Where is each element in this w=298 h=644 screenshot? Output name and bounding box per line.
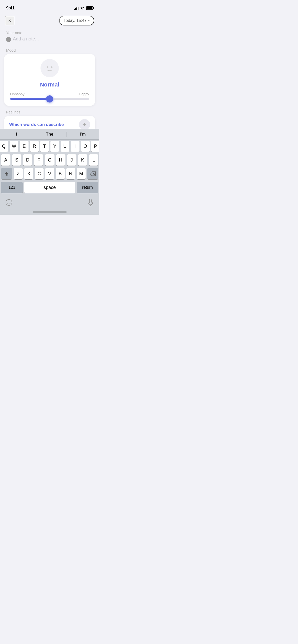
face-svg	[42, 61, 57, 76]
key-row-2: A S D F G H J K L	[1, 154, 98, 166]
space-key[interactable]: space	[24, 182, 75, 193]
key-p[interactable]: P	[91, 141, 99, 152]
svg-point-9	[10, 202, 10, 202]
key-q[interactable]: Q	[0, 141, 8, 152]
key-h[interactable]: H	[56, 154, 65, 166]
key-u[interactable]: U	[61, 141, 69, 152]
cursor-indicator	[6, 37, 11, 42]
predictive-word-2[interactable]: The	[33, 131, 66, 137]
top-bar: × Today, 15:47 ▾	[0, 13, 99, 28]
key-j[interactable]: J	[67, 154, 76, 166]
feelings-label-container: Feelings	[0, 106, 99, 114]
status-time: 9:41	[6, 6, 15, 11]
key-o[interactable]: O	[81, 141, 90, 152]
add-icon	[82, 123, 87, 127]
key-y[interactable]: Y	[50, 141, 59, 152]
key-l[interactable]: L	[89, 154, 98, 166]
key-row-1: Q W E R T Y U I O P	[1, 141, 98, 152]
key-e[interactable]: E	[20, 141, 29, 152]
close-button[interactable]: ×	[5, 16, 14, 25]
signal-icon	[74, 6, 78, 10]
key-t[interactable]: T	[40, 141, 49, 152]
mood-emoji	[40, 59, 59, 77]
slider-track[interactable]	[10, 98, 89, 100]
predictive-bar: I The I'm	[0, 129, 99, 140]
mood-slider-container[interactable]: Unhappy Happy	[10, 92, 89, 100]
status-bar: 9:41	[0, 0, 99, 13]
key-rows: Q W E R T Y U I O P A S D F G H J K L	[0, 140, 99, 196]
key-v[interactable]: V	[45, 168, 54, 179]
key-g[interactable]: G	[45, 154, 54, 166]
return-key[interactable]: return	[77, 182, 98, 193]
key-row-3: Z X C V B N M	[1, 168, 98, 179]
key-f[interactable]: F	[34, 154, 43, 166]
mood-title: Normal	[10, 81, 89, 88]
key-s[interactable]: S	[12, 154, 21, 166]
mood-happy-label: Happy	[79, 92, 89, 96]
home-indicator	[33, 211, 67, 213]
key-a[interactable]: A	[1, 154, 10, 166]
svg-point-8	[8, 202, 8, 202]
backspace-icon	[90, 171, 96, 176]
keyboard-bottom-bar	[0, 196, 99, 210]
keyboard[interactable]: I The I'm Q W E R T Y U I O P A S D F G …	[0, 129, 99, 215]
chevron-down-icon: ▾	[88, 19, 90, 22]
note-section: Your note Add a note...	[0, 28, 99, 46]
svg-point-7	[6, 199, 12, 206]
svg-point-0	[43, 61, 57, 75]
slider-thumb[interactable]	[46, 95, 53, 103]
key-r[interactable]: R	[30, 141, 39, 152]
predictive-word-3[interactable]: I'm	[66, 131, 99, 137]
mood-unhappy-label: Unhappy	[10, 92, 24, 96]
microphone-icon	[88, 199, 93, 206]
mood-card: Normal Unhappy Happy	[4, 54, 95, 106]
emoji-icon	[5, 199, 12, 206]
status-icons	[74, 6, 93, 10]
key-i[interactable]: I	[71, 141, 79, 152]
key-z[interactable]: Z	[14, 168, 23, 179]
svg-rect-10	[89, 199, 91, 203]
shift-icon	[4, 171, 9, 177]
svg-point-2	[51, 66, 52, 68]
key-x[interactable]: X	[24, 168, 33, 179]
note-label: Your note	[6, 31, 93, 35]
shift-key[interactable]	[1, 168, 12, 179]
mood-section-label: Mood	[6, 48, 93, 52]
microphone-button[interactable]	[86, 198, 95, 207]
key-d[interactable]: D	[23, 154, 32, 166]
key-n[interactable]: N	[66, 168, 75, 179]
battery-icon	[86, 6, 93, 10]
emoji-container	[10, 59, 89, 77]
backspace-key[interactable]	[87, 168, 98, 179]
key-k[interactable]: K	[78, 154, 87, 166]
close-icon: ×	[8, 18, 11, 24]
key-w[interactable]: W	[10, 141, 18, 152]
numbers-key[interactable]: 123	[1, 182, 23, 193]
note-placeholder: Add a note...	[13, 36, 39, 41]
key-m[interactable]: M	[77, 168, 86, 179]
note-input-area[interactable]: Add a note...	[6, 36, 93, 42]
feelings-section-label: Feelings	[6, 110, 93, 114]
predictive-word-1[interactable]: I	[0, 131, 33, 137]
key-b[interactable]: B	[56, 168, 65, 179]
wifi-icon	[80, 6, 85, 10]
date-label: Today, 15:47	[64, 18, 87, 23]
emoji-keyboard-button[interactable]	[4, 198, 14, 207]
svg-point-1	[47, 66, 48, 68]
feelings-prompt: Which words can describe	[9, 122, 64, 127]
slider-fill	[10, 98, 50, 100]
key-row-4: 123 space return	[1, 182, 98, 193]
mood-label-container: Mood	[0, 46, 99, 54]
key-c[interactable]: C	[35, 168, 44, 179]
date-picker-button[interactable]: Today, 15:47 ▾	[59, 16, 94, 25]
